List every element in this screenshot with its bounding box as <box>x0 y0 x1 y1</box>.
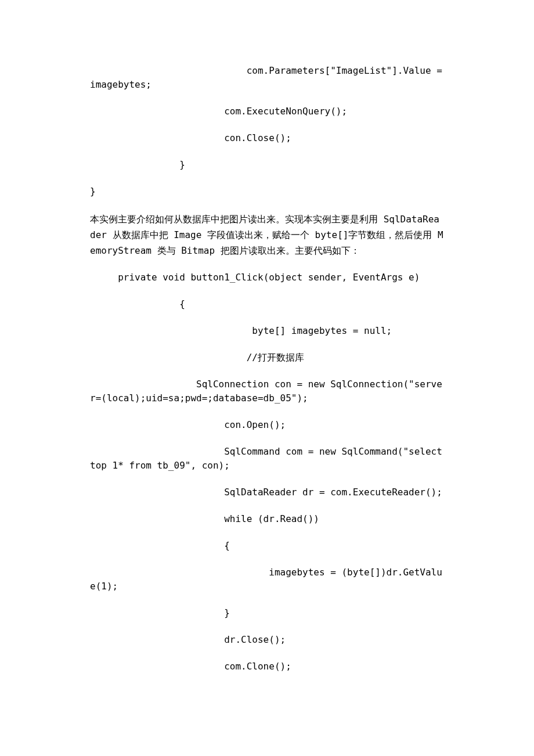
code-line: 本实例主要介绍如何从数据库中把图片读出来。实现本实例主要是利用 SqlDataR… <box>90 211 444 259</box>
code-line: { <box>90 297 444 311</box>
code-line: } <box>90 185 444 199</box>
code-line: com.Clone(); <box>90 660 444 674</box>
code-line: SqlCommand com = new SqlCommand("select … <box>90 445 444 473</box>
code-line: con.Open(); <box>90 418 444 432</box>
code-line: while (dr.Read()) <box>90 512 444 526</box>
code-line: SqlConnection con = new SqlConnection("s… <box>90 377 444 405</box>
code-line: com.Parameters["ImageList"].Value = imag… <box>90 64 444 92</box>
code-line: dr.Close(); <box>90 633 444 647</box>
code-line: } <box>90 606 444 620</box>
code-line: } <box>90 158 444 172</box>
code-line: SqlDataReader dr = com.ExecuteReader(); <box>90 485 444 499</box>
code-line: { <box>90 539 444 553</box>
code-line: byte[] imagebytes = null; <box>90 324 444 338</box>
code-line: com.ExecuteNonQuery(); <box>90 105 444 118</box>
code-line: //打开数据库 <box>90 351 444 365</box>
document-body: com.Parameters["ImageList"].Value = imag… <box>90 64 444 674</box>
code-line: private void button1_Click(object sender… <box>90 271 444 285</box>
code-line: imagebytes = (byte[])dr.GetValue(1); <box>90 566 444 593</box>
code-line: con.Close(); <box>90 131 444 145</box>
